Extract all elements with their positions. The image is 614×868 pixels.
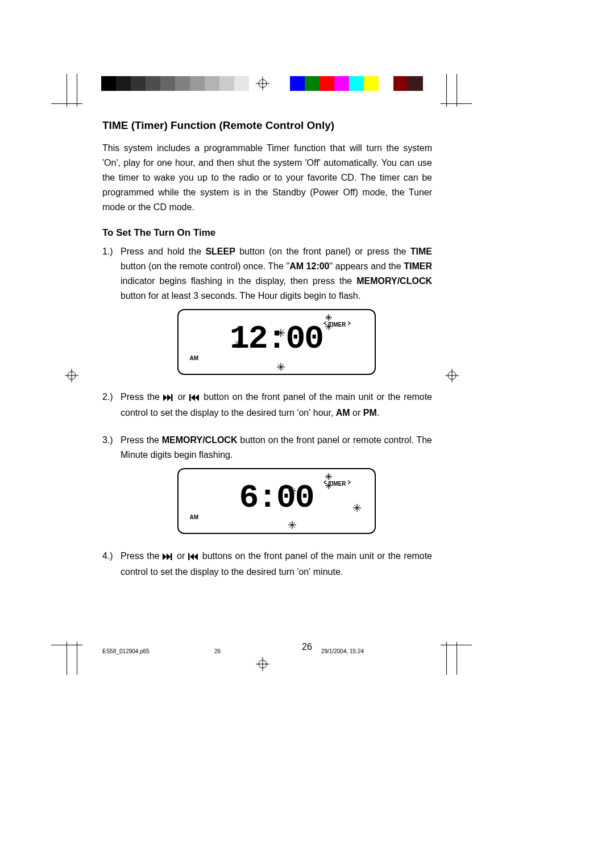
step-text: button for at least 3 seconds. The Hour … bbox=[121, 291, 360, 301]
registration-mark-icon bbox=[256, 77, 269, 90]
svg-marker-32 bbox=[163, 394, 167, 401]
footer-page-num: 26 bbox=[214, 648, 221, 654]
swatch bbox=[379, 76, 393, 91]
step-text: button (on the front panel) or press the bbox=[235, 247, 410, 256]
flash-indicator-icon bbox=[352, 503, 362, 512]
intro-paragraph: This system includes a programmable Time… bbox=[102, 141, 432, 215]
svg-rect-61 bbox=[188, 553, 190, 560]
svg-marker-36 bbox=[191, 394, 195, 401]
flash-indicator-icon bbox=[325, 473, 333, 481]
step-text: or bbox=[350, 408, 363, 418]
flash-indicator-icon bbox=[325, 314, 333, 322]
rewind-icon bbox=[189, 391, 201, 406]
step-number: 1.) bbox=[102, 244, 113, 259]
svg-marker-58 bbox=[163, 553, 167, 560]
step-text: Press the bbox=[121, 435, 162, 445]
swatch bbox=[349, 76, 364, 91]
svg-marker-33 bbox=[167, 394, 171, 401]
swatch bbox=[408, 76, 423, 91]
svg-rect-34 bbox=[171, 394, 173, 401]
step-text-bold: TIMER bbox=[404, 261, 432, 271]
step-text-bold: MEMORY/CLOCK bbox=[162, 435, 238, 445]
step-text-bold: MEMORY/CLOCK bbox=[356, 276, 432, 286]
instruction-step: 3.)Press the MEMORY/CLOCK button on the … bbox=[102, 433, 432, 534]
rewind-icon bbox=[188, 550, 200, 565]
crop-mark bbox=[441, 103, 472, 104]
swatch bbox=[175, 76, 190, 91]
grayscale-swatches bbox=[101, 76, 264, 91]
registration-mark-icon bbox=[256, 657, 269, 671]
instruction-list: 1.)Press and hold the SLEEP button (on t… bbox=[102, 244, 432, 579]
flash-indicator-icon bbox=[325, 323, 333, 331]
instruction-step: 4.)Press the or buttons on the front pan… bbox=[102, 549, 432, 579]
swatch bbox=[205, 76, 219, 91]
swatch bbox=[146, 76, 160, 91]
step-text: " appears and the bbox=[330, 261, 404, 271]
flash-indicator-icon bbox=[276, 362, 285, 372]
svg-marker-59 bbox=[167, 553, 171, 560]
step-text: indicator begins flashing in the display… bbox=[121, 276, 356, 286]
flash-indicator-icon bbox=[288, 486, 297, 495]
lcd-display: AMTIMER12:00 bbox=[177, 309, 376, 375]
step-text-bold: AM 12:00 bbox=[289, 261, 329, 271]
instruction-step: 2.)Press the or button on the front pane… bbox=[102, 390, 432, 420]
step-number: 4.) bbox=[102, 549, 113, 564]
step-text: Press the bbox=[121, 551, 163, 561]
flash-indicator-icon bbox=[276, 328, 285, 337]
flash-indicator-icon bbox=[325, 482, 333, 490]
registration-mark-icon bbox=[445, 369, 459, 382]
flash-indicator-icon bbox=[288, 520, 297, 529]
footer-date: 29/1/2004, 15:24 bbox=[321, 648, 364, 654]
step-text: or bbox=[174, 551, 188, 561]
swatch bbox=[116, 76, 131, 91]
swatch bbox=[320, 76, 334, 91]
swatch bbox=[219, 76, 234, 91]
swatch bbox=[393, 76, 408, 91]
registration-mark-icon bbox=[65, 369, 78, 382]
fast-forward-icon bbox=[163, 391, 175, 406]
svg-marker-62 bbox=[190, 553, 194, 560]
swatch bbox=[131, 76, 146, 91]
swatch bbox=[101, 76, 116, 91]
manual-page: TIME (Timer) Function (Remote Control On… bbox=[0, 0, 614, 868]
swatch bbox=[334, 76, 349, 91]
step-text: button (on the remote control) once. The… bbox=[121, 261, 289, 271]
step-text-bold: PM bbox=[363, 408, 377, 418]
svg-rect-60 bbox=[171, 553, 172, 560]
footer-filename: ES58_012904.p65 bbox=[102, 648, 150, 654]
swatch bbox=[234, 76, 249, 91]
swatch bbox=[305, 76, 320, 91]
lcd-digits: 6:00 bbox=[179, 491, 375, 506]
color-swatches bbox=[290, 76, 423, 91]
svg-rect-35 bbox=[189, 394, 191, 401]
print-color-bar bbox=[0, 76, 614, 91]
flash-indicator-icon bbox=[234, 340, 243, 349]
step-text-bold: SLEEP bbox=[205, 247, 235, 256]
page-content: TIME (Timer) Function (Remote Control On… bbox=[102, 119, 432, 592]
crop-mark bbox=[51, 103, 82, 104]
step-text: Press and hold the bbox=[121, 247, 205, 256]
step-number: 2.) bbox=[102, 390, 113, 404]
am-indicator: AM bbox=[190, 351, 199, 366]
instruction-step: 1.)Press and hold the SLEEP button (on t… bbox=[102, 244, 432, 375]
am-indicator: AM bbox=[190, 510, 199, 525]
fast-forward-icon bbox=[163, 550, 174, 565]
step-text-bold: TIME bbox=[410, 247, 432, 256]
step-text: . bbox=[377, 408, 379, 418]
swatch bbox=[364, 76, 379, 91]
svg-marker-63 bbox=[194, 553, 198, 560]
section-subheading: To Set The Turn On Time bbox=[102, 227, 432, 239]
step-text: Press the bbox=[121, 392, 163, 402]
swatch bbox=[160, 76, 175, 91]
swatch bbox=[290, 76, 305, 91]
step-text: or bbox=[175, 392, 189, 402]
page-number: 26 bbox=[0, 642, 614, 652]
svg-marker-37 bbox=[195, 394, 199, 401]
swatch bbox=[190, 76, 205, 91]
lcd-display: AMTIMER6:00 bbox=[177, 468, 376, 534]
step-number: 3.) bbox=[102, 433, 113, 448]
page-title: TIME (Timer) Function (Remote Control On… bbox=[102, 119, 432, 132]
step-text-bold: AM bbox=[336, 408, 350, 418]
